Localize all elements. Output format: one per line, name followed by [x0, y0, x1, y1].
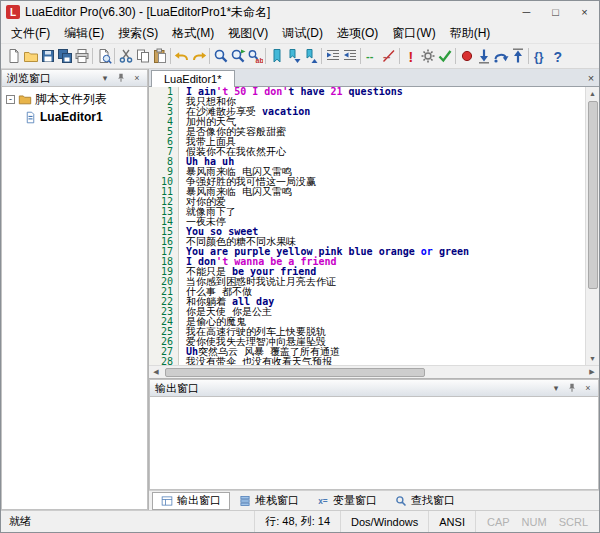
print-icon[interactable]	[73, 47, 90, 65]
menu-item-3[interactable]: 格式(M)	[165, 23, 221, 44]
collapse-icon[interactable]: -	[6, 95, 15, 104]
svg-text:!: !	[408, 49, 413, 65]
maximize-button[interactable]: □	[541, 1, 570, 23]
menu-item-7[interactable]: 窗口(W)	[385, 23, 442, 44]
vertical-scrollbar-thumb[interactable]	[588, 101, 598, 289]
panel-dropdown-icon[interactable]: ▾	[98, 71, 112, 85]
syntax-check-icon[interactable]	[436, 47, 453, 65]
toolbar-separator	[528, 48, 529, 64]
prev-bookmark-icon[interactable]	[302, 47, 319, 65]
breakpoint-icon[interactable]	[458, 47, 475, 65]
bottom-tab-3[interactable]: 查找窗口	[386, 492, 464, 510]
main-area: 浏览窗口 ▾ × - 脚本文件列表 LuaEditor1 L	[1, 69, 599, 510]
menu-item-5[interactable]: 调试(D)	[275, 23, 330, 44]
tree-file-label: LuaEditor1	[40, 110, 103, 124]
paste-icon[interactable]	[151, 47, 168, 65]
save-all-icon[interactable]	[56, 47, 73, 65]
code-line: 是否像你的笑容般甜蜜	[186, 127, 585, 137]
svg-text:ab: ab	[255, 57, 263, 64]
bottom-tab-1[interactable]: 堆栈窗口	[230, 492, 308, 510]
svg-text:x=: x=	[318, 497, 328, 506]
toggle-bookmark-icon[interactable]	[268, 47, 285, 65]
tree-root-label: 脚本文件列表	[35, 91, 107, 108]
step-over-icon[interactable]	[492, 47, 509, 65]
code-line: 在沙滩散步享受 vacation	[186, 107, 585, 117]
copy-icon[interactable]	[134, 47, 151, 65]
status-lock-scrl: SCRL	[554, 516, 593, 528]
editor-region: 1234567891011121314151617181920212223242…	[149, 87, 599, 365]
tab-close-icon[interactable]: ×	[583, 70, 599, 86]
menu-item-0[interactable]: 文件(F)	[4, 23, 57, 44]
code-line: I ain't 50 I don't have 21 questions	[186, 87, 585, 97]
compile-icon[interactable]	[419, 47, 436, 65]
bottom-tab-label: 查找窗口	[411, 493, 455, 508]
tree-node-root[interactable]: - 脚本文件列表	[4, 90, 145, 108]
open-file-icon[interactable]	[22, 47, 39, 65]
code-line: 假装你不在我依然开心	[186, 147, 585, 157]
menu-item-4[interactable]: 视图(V)	[221, 23, 275, 44]
redo-icon[interactable]	[190, 47, 207, 65]
uncomment-icon[interactable]: --	[380, 47, 397, 65]
output-pin-icon[interactable]	[565, 381, 579, 395]
browse-panel-title: 浏览窗口	[7, 71, 51, 86]
menu-item-1[interactable]: 编辑(E)	[57, 23, 111, 44]
cut-icon[interactable]	[117, 47, 134, 65]
output-panel-titlebar: 输出窗口 ▾ ×	[149, 379, 599, 397]
bottom-tab-label: 堆栈窗口	[255, 493, 299, 508]
output-close-icon[interactable]: ×	[581, 381, 595, 395]
toolbar-separator	[92, 48, 93, 64]
vertical-scrollbar[interactable]: ▲ ▼	[585, 87, 599, 365]
output-panel-title: 输出窗口	[155, 381, 199, 396]
menu-item-6[interactable]: 选项(O)	[330, 23, 385, 44]
close-button[interactable]: ×	[570, 1, 599, 23]
bottom-tab-0[interactable]: 输出窗口	[152, 492, 230, 510]
code-area[interactable]: I ain't 50 I don't have 21 questions我只想和…	[179, 87, 585, 365]
output-dropdown-icon[interactable]: ▾	[549, 381, 563, 395]
undo-icon[interactable]	[173, 47, 190, 65]
editor-tab[interactable]: LuaEditor1*	[151, 70, 235, 87]
indent-icon[interactable]	[324, 47, 341, 65]
status-lock-num: NUM	[517, 516, 552, 528]
toolbar-separator	[321, 48, 322, 64]
menu-item-8[interactable]: 帮助(H)	[443, 23, 498, 44]
horizontal-scrollbar[interactable]: ◀ ▶	[149, 365, 599, 378]
status-line-ending: Dos/Windows	[340, 511, 428, 532]
outdent-icon[interactable]	[341, 47, 358, 65]
code-line: 对你的爱	[186, 197, 585, 207]
next-bookmark-icon[interactable]	[285, 47, 302, 65]
menu-item-2[interactable]: 搜索(S)	[111, 23, 165, 44]
scroll-left-icon[interactable]: ◀	[149, 368, 163, 376]
replace-icon[interactable]: ab	[246, 47, 263, 65]
script-file-icon	[24, 111, 37, 124]
bottom-tab-2[interactable]: x=变量窗口	[308, 492, 386, 510]
step-out-icon[interactable]	[509, 47, 526, 65]
scroll-right-icon[interactable]: ▶	[585, 368, 599, 376]
toolbar-separator	[360, 48, 361, 64]
status-encoding: ANSI	[428, 511, 475, 532]
tree-node-file[interactable]: LuaEditor1	[24, 108, 145, 126]
toolbar-separator	[265, 48, 266, 64]
svg-text:?: ?	[553, 49, 562, 65]
code-line: 我没有带伞 也没有收看天气预报	[186, 357, 585, 365]
minimize-button[interactable]: ─	[512, 1, 541, 23]
comment-icon[interactable]: --	[363, 47, 380, 65]
step-into-icon[interactable]	[475, 47, 492, 65]
panel-pin-icon[interactable]	[114, 71, 128, 85]
bottom-tab-strip: 输出窗口堆栈窗口x=变量窗口查找窗口	[149, 490, 599, 510]
scroll-down-icon[interactable]: ▼	[586, 352, 599, 365]
window-title: LuaEditor Pro(v6.30) - [LuaEditorPro1*未命…	[25, 4, 512, 21]
horizontal-scrollbar-thumb[interactable]	[165, 368, 425, 377]
scroll-up-icon[interactable]: ▲	[586, 87, 599, 100]
find-icon[interactable]	[212, 47, 229, 65]
run-icon[interactable]: !	[402, 47, 419, 65]
new-file-icon[interactable]	[5, 47, 22, 65]
print-preview-icon[interactable]	[95, 47, 112, 65]
toolbar-separator	[455, 48, 456, 64]
help-icon[interactable]: ?	[548, 47, 565, 65]
bottom-tab-label: 输出窗口	[177, 493, 221, 508]
find-next-icon[interactable]	[229, 47, 246, 65]
match-braces-icon[interactable]: {}	[531, 47, 548, 65]
save-icon[interactable]	[39, 47, 56, 65]
panel-close-icon[interactable]: ×	[130, 71, 144, 85]
status-ready: 就绪	[1, 514, 254, 529]
